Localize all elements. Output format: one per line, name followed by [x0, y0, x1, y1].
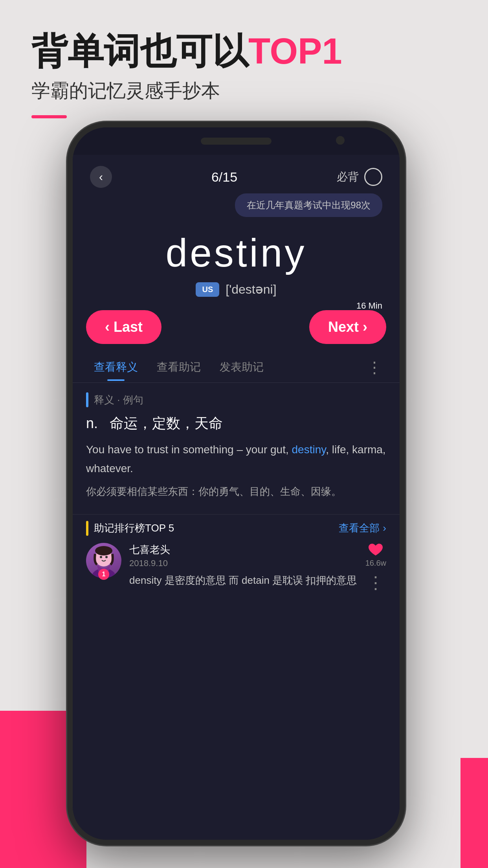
volume-up-button: [68, 214, 71, 241]
tooltip-text: 在近几年真题考试中出现98次: [247, 200, 371, 210]
phone-camera: [336, 136, 345, 145]
example-word-highlight: destiny: [292, 443, 326, 456]
card-actions: 16.6w ⋮: [365, 543, 386, 591]
definition-section: 释义 · 例句 n. 命运，定数，天命 You have to trust in…: [73, 383, 400, 514]
pronunciation-row: US ['destəni]: [88, 282, 384, 297]
see-all-button[interactable]: 查看全部 ›: [339, 521, 386, 535]
next-button[interactable]: Next ›: [309, 310, 386, 344]
tab-definition[interactable]: 查看释义: [84, 353, 147, 381]
phone-top-bar: [73, 127, 400, 155]
user-info: 七喜老头 2018.9.10 density 是密度的意思 而 detain 是…: [129, 543, 358, 589]
more-button[interactable]: ⋮: [367, 574, 384, 591]
phone-screen: ‹ 6/15 必背 在近几年真题考试中出现98次 destiny US ['de…: [73, 155, 400, 840]
tab-more-icon[interactable]: ⋮: [361, 352, 388, 383]
back-button[interactable]: ‹: [90, 166, 112, 188]
last-button[interactable]: ‹ Last: [86, 310, 161, 344]
definition-section-bar: [86, 392, 88, 407]
svg-point-2: [100, 556, 102, 558]
word-section: destiny US ['destəni]: [73, 223, 400, 301]
svg-point-3: [105, 556, 108, 558]
svg-point-4: [95, 546, 112, 555]
phone-wrapper: ‹ 6/15 必背 在近几年真题考试中出现98次 destiny US ['de…: [67, 122, 421, 845]
heart-icon: [368, 543, 383, 557]
user-name: 七喜老头: [129, 543, 358, 557]
example-chinese: 你必须要相信某些东西：你的勇气、目的、生命、因缘。: [86, 483, 386, 500]
heart-button[interactable]: 16.6w: [365, 543, 386, 568]
page-subtitle: 学霸的记忆灵感手抄本: [31, 78, 457, 103]
avatar-wrapper: 1: [86, 543, 121, 578]
page-title: 背单词也可以TOP1: [31, 31, 457, 71]
pink-accent-right: [460, 758, 488, 868]
rank-badge: 1: [98, 569, 109, 580]
bookmark-label: 必背: [337, 169, 359, 184]
definition-meaning: n. 命运，定数，天命: [86, 414, 386, 433]
phone-speaker: [201, 138, 272, 145]
power-button: [401, 245, 404, 292]
phonetic-text: ['destəni]: [226, 282, 276, 297]
time-label: 16 Min: [356, 301, 382, 311]
user-date: 2018.9.10: [129, 558, 358, 568]
tooltip-bubble: 在近几年真题考试中出现98次: [235, 193, 382, 217]
nav-buttons: 16 Min ‹ Last Next ›: [73, 301, 400, 352]
word-display: destiny: [88, 230, 384, 276]
mnemonic-title-row: 助记排行榜TOP 5: [86, 521, 174, 536]
bookmark-area: 必背: [337, 168, 382, 186]
title-text: 背单词也可以: [31, 31, 248, 71]
us-badge: US: [196, 282, 219, 297]
meaning-text: 命运，定数，天命: [110, 415, 223, 431]
phone-frame: ‹ 6/15 必背 在近几年真题考试中出现98次 destiny US ['de…: [67, 122, 405, 845]
mnemonic-user-card: 1 七喜老头 2018.9.10 density 是密度的意思 而 detain…: [86, 543, 386, 591]
user-content: density 是密度的意思 而 detain 是耽误 扣押的意思: [129, 572, 358, 589]
see-all-label: 查看全部: [339, 521, 380, 535]
example-en-before: You have to trust in something – your gu…: [86, 443, 292, 456]
like-count: 16.6w: [365, 559, 386, 568]
mnemonic-section-bar: [86, 521, 88, 536]
underline-decoration: [31, 115, 67, 118]
tab-bar: 查看释义 查看助记 发表助记 ⋮: [73, 352, 400, 383]
pos-label: n.: [86, 415, 98, 431]
tooltip-wrapper: 在近几年真题考试中出现98次: [73, 192, 400, 223]
tab-mnemonic-view[interactable]: 查看助记: [147, 353, 210, 381]
mute-button: [68, 308, 71, 340]
tab-mnemonic-post[interactable]: 发表助记: [210, 353, 273, 381]
mnemonic-section: 助记排行榜TOP 5 查看全部 ›: [73, 514, 400, 598]
example-english: You have to trust in something – your gu…: [86, 440, 386, 478]
mnemonic-header: 助记排行榜TOP 5 查看全部 ›: [86, 521, 386, 536]
screen-header: ‹ 6/15 必背: [73, 155, 400, 192]
mnemonic-title: 助记排行榜TOP 5: [94, 521, 174, 535]
definition-section-label: 释义 · 例句: [94, 393, 143, 407]
bookmark-circle[interactable]: [364, 168, 382, 186]
see-all-chevron: ›: [383, 522, 386, 534]
definition-label-row: 释义 · 例句: [86, 392, 386, 407]
progress-indicator: 6/15: [211, 169, 237, 185]
volume-down-button: [68, 253, 71, 296]
title-highlight: TOP1: [248, 31, 342, 71]
